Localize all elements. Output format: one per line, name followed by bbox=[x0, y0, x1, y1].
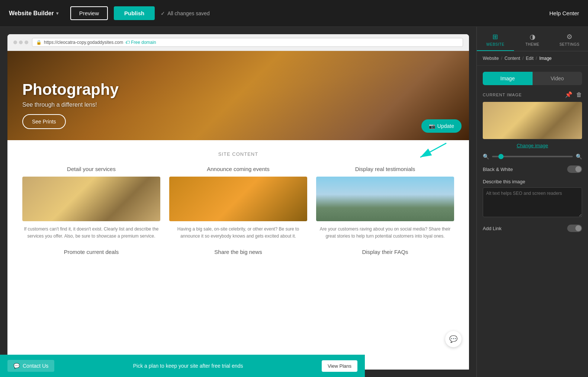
settings-tab-label: SETTINGS bbox=[559, 42, 579, 46]
card-text-2: Having a big sale, on-site celebrity, or… bbox=[169, 226, 307, 240]
card-image-1[interactable] bbox=[22, 177, 160, 221]
theme-tab-label: THEME bbox=[526, 42, 540, 46]
camera-icon: 📷 bbox=[429, 123, 435, 129]
top-bar: Website Builder ▾ Preview Publish ✓ All … bbox=[0, 0, 588, 27]
dot-red bbox=[13, 41, 17, 44]
update-button[interactable]: 📷 Update bbox=[421, 119, 462, 133]
update-button-label: Update bbox=[437, 123, 454, 129]
browser-dots bbox=[13, 41, 28, 44]
card-text-1: If customers can't find it, it doesn't e… bbox=[22, 226, 160, 240]
black-white-row: Black & White bbox=[483, 165, 582, 173]
current-image-section: CURRENT IMAGE 📌 🗑 bbox=[483, 91, 582, 98]
contact-us-label: Contact Us bbox=[23, 363, 48, 369]
lock-icon: 🔒 bbox=[36, 40, 42, 45]
view-plans-button[interactable]: View Plans bbox=[322, 360, 357, 372]
list-item: Announce coming events Having a big sale… bbox=[169, 166, 307, 240]
url-text: https://cleocatra-copy.godaddysites.com bbox=[44, 40, 123, 45]
add-link-label: Add Link bbox=[483, 226, 502, 231]
zoom-slider[interactable] bbox=[492, 156, 573, 157]
chat-icon: 💬 bbox=[13, 363, 20, 369]
media-tabs: Image Video bbox=[483, 72, 582, 85]
site-content-title: Site Content bbox=[22, 151, 454, 157]
bottom-bar: 💬 Contact Us Pick a plan to keep your si… bbox=[0, 355, 365, 377]
preview-button[interactable]: Preview bbox=[70, 6, 108, 20]
brand-label: Website Builder bbox=[9, 10, 54, 17]
promote-title-3: Display their FAQs bbox=[316, 249, 454, 255]
media-tab-video[interactable]: Video bbox=[533, 72, 582, 85]
breadcrumb-website[interactable]: Website bbox=[483, 56, 499, 61]
main-layout: 🔒 https://cleocatra-copy.godaddysites.co… bbox=[0, 27, 588, 377]
chat-button[interactable]: 💬 bbox=[445, 331, 462, 347]
website-icon: ⊞ bbox=[492, 33, 498, 41]
tab-website[interactable]: ⊞ WEBSITE bbox=[477, 27, 514, 51]
tab-theme[interactable]: ◑ THEME bbox=[514, 27, 551, 51]
card-image-3[interactable] bbox=[316, 177, 454, 221]
brand-chevron-icon: ▾ bbox=[56, 11, 58, 16]
brand[interactable]: Website Builder ▾ bbox=[9, 10, 58, 17]
right-panel: ⊞ WEBSITE ◑ THEME ⚙ SETTINGS Website / C… bbox=[476, 27, 588, 377]
list-item: Display real testimonials Are your custo… bbox=[316, 166, 454, 240]
add-link-toggle[interactable] bbox=[567, 225, 582, 232]
card-text-3: Are your customers raving about you on s… bbox=[316, 226, 454, 240]
change-image-link[interactable]: Change image bbox=[483, 143, 582, 148]
current-image-preview[interactable] bbox=[483, 102, 582, 139]
zoom-in-icon: 🔍 bbox=[576, 154, 582, 160]
hero-subtitle: See through a different lens! bbox=[22, 102, 119, 108]
see-prints-button[interactable]: See Prints bbox=[22, 114, 66, 129]
black-white-toggle[interactable] bbox=[567, 165, 582, 173]
card-title-3: Display real testimonials bbox=[316, 166, 454, 172]
pin-icon[interactable]: 📌 bbox=[565, 91, 572, 98]
zoom-out-icon: 🔍 bbox=[483, 154, 489, 160]
browser-chrome: 🔒 https://cleocatra-copy.godaddysites.co… bbox=[7, 34, 469, 370]
delete-icon[interactable]: 🗑 bbox=[576, 91, 582, 98]
promo-text: Pick a plan to keep your site after free… bbox=[60, 363, 316, 369]
breadcrumb-sep-3: / bbox=[536, 56, 537, 61]
settings-icon: ⚙ bbox=[566, 33, 572, 41]
section-icons: 📌 🗑 bbox=[565, 91, 582, 98]
media-tab-image[interactable]: Image bbox=[483, 72, 533, 85]
card-title-2: Announce coming events bbox=[169, 166, 307, 172]
saved-status: ✓ All changes saved bbox=[161, 10, 210, 16]
card-image-2[interactable] bbox=[169, 177, 307, 221]
promote-title-1: Promote current deals bbox=[22, 249, 160, 255]
tab-settings[interactable]: ⚙ SETTINGS bbox=[551, 27, 588, 51]
hero-title: Photography bbox=[22, 81, 119, 99]
theme-icon: ◑ bbox=[530, 33, 536, 41]
dot-yellow bbox=[19, 41, 23, 44]
card-title-1: Detail your services bbox=[22, 166, 160, 172]
zoom-row: 🔍 🔍 bbox=[483, 154, 582, 160]
site-content: Site Content Detail your services If cus… bbox=[7, 140, 469, 266]
breadcrumb-edit[interactable]: Edit bbox=[526, 56, 534, 61]
breadcrumb: Website / Content / Edit / Image bbox=[477, 51, 588, 66]
saved-text: All changes saved bbox=[167, 10, 210, 16]
free-domain-badge[interactable]: 🏷 Free domain bbox=[125, 40, 156, 45]
free-domain-text: Free domain bbox=[131, 40, 156, 45]
alt-text-input[interactable] bbox=[483, 187, 582, 217]
current-image-label: CURRENT IMAGE bbox=[483, 93, 522, 97]
panel-tabs: ⊞ WEBSITE ◑ THEME ⚙ SETTINGS bbox=[477, 27, 588, 51]
black-white-label: Black & White bbox=[483, 167, 513, 172]
help-center-link[interactable]: Help Center bbox=[549, 10, 579, 16]
breadcrumb-sep-2: / bbox=[523, 56, 524, 61]
list-item: Detail your services If customers can't … bbox=[22, 166, 160, 240]
publish-button[interactable]: Publish bbox=[114, 6, 155, 20]
hero-content: Photography See through a different lens… bbox=[22, 81, 119, 129]
add-link-row: Add Link bbox=[483, 225, 582, 232]
website-tab-label: WEBSITE bbox=[486, 42, 505, 46]
promote-grid: Promote current deals Share the big news… bbox=[22, 249, 454, 255]
describe-label: Describe this image bbox=[483, 179, 582, 184]
breadcrumb-content[interactable]: Content bbox=[504, 56, 520, 61]
browser-url-bar: 🔒 https://cleocatra-copy.godaddysites.co… bbox=[32, 38, 463, 47]
dot-green bbox=[25, 41, 28, 44]
hero-section: Photography See through a different lens… bbox=[7, 51, 469, 140]
promote-title-2: Share the big news bbox=[169, 249, 307, 255]
toggle-knob bbox=[575, 166, 581, 172]
add-link-toggle-knob bbox=[575, 225, 581, 231]
check-icon: ✓ bbox=[161, 10, 165, 16]
zoom-thumb bbox=[498, 154, 504, 159]
breadcrumb-sep-1: / bbox=[501, 56, 502, 61]
breadcrumb-image: Image bbox=[539, 56, 552, 61]
browser-bar: 🔒 https://cleocatra-copy.godaddysites.co… bbox=[7, 34, 469, 51]
contact-us-button[interactable]: 💬 Contact Us bbox=[7, 360, 54, 372]
canvas-area: 🔒 https://cleocatra-copy.godaddysites.co… bbox=[0, 27, 476, 377]
